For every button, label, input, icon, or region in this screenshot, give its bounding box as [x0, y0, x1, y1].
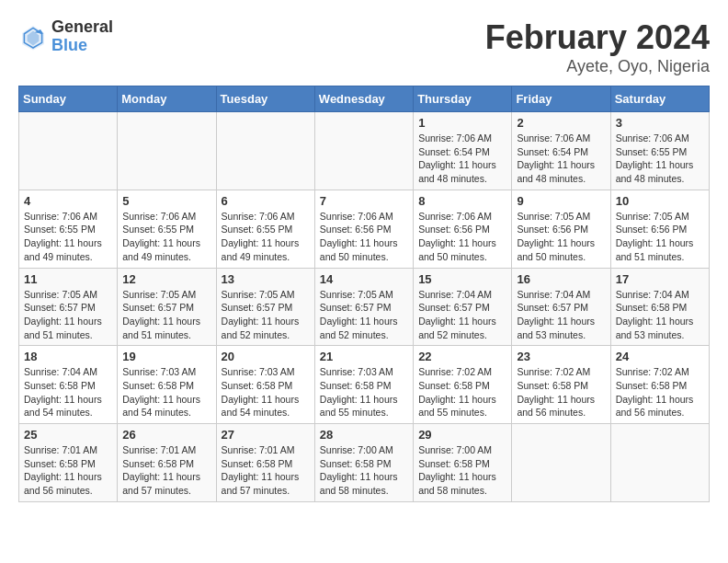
page-header: General Blue February 2024 Ayete, Oyo, N…	[18, 18, 710, 76]
day-info: Sunrise: 7:06 AMSunset: 6:54 PMDaylight:…	[418, 132, 506, 186]
calendar-week-row: 25Sunrise: 7:01 AMSunset: 6:58 PMDayligh…	[19, 424, 710, 502]
calendar-cell: 25Sunrise: 7:01 AMSunset: 6:58 PMDayligh…	[19, 424, 118, 502]
day-number: 1	[418, 116, 506, 130]
day-number: 26	[122, 428, 210, 442]
day-number: 5	[122, 194, 210, 208]
calendar-cell: 22Sunrise: 7:02 AMSunset: 6:58 PMDayligh…	[414, 346, 512, 424]
calendar-cell: 16Sunrise: 7:04 AMSunset: 6:57 PMDayligh…	[512, 268, 610, 346]
calendar-cell: 24Sunrise: 7:02 AMSunset: 6:58 PMDayligh…	[610, 346, 709, 424]
day-info: Sunrise: 7:02 AMSunset: 6:58 PMDaylight:…	[616, 365, 704, 419]
day-number: 22	[418, 350, 506, 363]
calendar-cell: 12Sunrise: 7:05 AMSunset: 6:57 PMDayligh…	[118, 268, 216, 346]
logo-line2: Blue	[51, 37, 113, 55]
day-number: 7	[320, 194, 408, 208]
logo-line1: General	[51, 18, 113, 37]
logo-text: General Blue	[51, 18, 113, 55]
calendar-cell	[19, 112, 118, 190]
day-number: 3	[616, 116, 704, 130]
calendar-cell	[512, 424, 610, 502]
day-number: 9	[517, 194, 605, 208]
day-info: Sunrise: 7:06 AMSunset: 6:56 PMDaylight:…	[320, 210, 408, 264]
header-day-saturday: Saturday	[610, 86, 709, 112]
calendar-cell: 29Sunrise: 7:00 AMSunset: 6:58 PMDayligh…	[414, 424, 512, 502]
main-title: February 2024	[485, 18, 710, 57]
day-number: 2	[517, 116, 605, 130]
calendar-cell: 27Sunrise: 7:01 AMSunset: 6:58 PMDayligh…	[216, 424, 314, 502]
calendar-week-row: 18Sunrise: 7:04 AMSunset: 6:58 PMDayligh…	[19, 346, 710, 424]
header-day-wednesday: Wednesday	[314, 86, 413, 112]
day-info: Sunrise: 7:05 AMSunset: 6:57 PMDaylight:…	[222, 288, 310, 342]
day-info: Sunrise: 7:06 AMSunset: 6:55 PMDaylight:…	[222, 210, 310, 264]
calendar-cell	[610, 424, 709, 502]
day-info: Sunrise: 7:01 AMSunset: 6:58 PMDaylight:…	[222, 443, 310, 498]
day-number: 14	[320, 272, 408, 286]
day-number: 19	[122, 350, 210, 363]
calendar-cell: 20Sunrise: 7:03 AMSunset: 6:58 PMDayligh…	[216, 346, 314, 424]
day-info: Sunrise: 7:05 AMSunset: 6:56 PMDaylight:…	[517, 210, 605, 264]
day-info: Sunrise: 7:04 AMSunset: 6:57 PMDaylight:…	[418, 288, 506, 342]
day-info: Sunrise: 7:05 AMSunset: 6:57 PMDaylight:…	[24, 288, 112, 342]
day-info: Sunrise: 7:04 AMSunset: 6:58 PMDaylight:…	[24, 365, 112, 419]
calendar-cell: 7Sunrise: 7:06 AMSunset: 6:56 PMDaylight…	[314, 190, 413, 268]
day-number: 17	[616, 272, 704, 286]
header-day-tuesday: Tuesday	[216, 86, 314, 112]
day-info: Sunrise: 7:06 AMSunset: 6:55 PMDaylight:…	[122, 210, 210, 264]
calendar-header-row: SundayMondayTuesdayWednesdayThursdayFrid…	[19, 86, 710, 112]
calendar-week-row: 11Sunrise: 7:05 AMSunset: 6:57 PMDayligh…	[19, 268, 710, 346]
calendar-cell: 5Sunrise: 7:06 AMSunset: 6:55 PMDaylight…	[118, 190, 216, 268]
day-info: Sunrise: 7:06 AMSunset: 6:55 PMDaylight:…	[616, 132, 704, 186]
calendar-cell	[216, 112, 314, 190]
day-info: Sunrise: 7:06 AMSunset: 6:54 PMDaylight:…	[517, 132, 605, 186]
day-number: 15	[418, 272, 506, 286]
calendar-cell: 2Sunrise: 7:06 AMSunset: 6:54 PMDaylight…	[512, 112, 610, 190]
day-number: 6	[222, 194, 310, 208]
day-number: 29	[418, 428, 506, 442]
day-info: Sunrise: 7:01 AMSunset: 6:58 PMDaylight:…	[24, 443, 112, 498]
day-number: 13	[222, 272, 310, 286]
day-number: 10	[616, 194, 704, 208]
day-info: Sunrise: 7:06 AMSunset: 6:55 PMDaylight:…	[24, 210, 112, 264]
logo: General Blue	[18, 18, 113, 55]
calendar-cell: 13Sunrise: 7:05 AMSunset: 6:57 PMDayligh…	[216, 268, 314, 346]
calendar-cell: 28Sunrise: 7:00 AMSunset: 6:58 PMDayligh…	[314, 424, 413, 502]
day-number: 4	[24, 194, 112, 208]
calendar-cell: 26Sunrise: 7:01 AMSunset: 6:58 PMDayligh…	[118, 424, 216, 502]
day-info: Sunrise: 7:01 AMSunset: 6:58 PMDaylight:…	[122, 443, 210, 498]
calendar-cell: 6Sunrise: 7:06 AMSunset: 6:55 PMDaylight…	[216, 190, 314, 268]
day-number: 23	[517, 350, 605, 363]
day-number: 8	[418, 194, 506, 208]
day-info: Sunrise: 7:00 AMSunset: 6:58 PMDaylight:…	[418, 443, 506, 498]
day-info: Sunrise: 7:04 AMSunset: 6:58 PMDaylight:…	[616, 288, 704, 342]
calendar-cell: 14Sunrise: 7:05 AMSunset: 6:57 PMDayligh…	[314, 268, 413, 346]
day-number: 25	[24, 428, 112, 442]
calendar-cell: 11Sunrise: 7:05 AMSunset: 6:57 PMDayligh…	[19, 268, 118, 346]
calendar-cell: 23Sunrise: 7:02 AMSunset: 6:58 PMDayligh…	[512, 346, 610, 424]
header-day-friday: Friday	[512, 86, 610, 112]
calendar-cell: 10Sunrise: 7:05 AMSunset: 6:56 PMDayligh…	[610, 190, 709, 268]
calendar-cell: 8Sunrise: 7:06 AMSunset: 6:56 PMDaylight…	[414, 190, 512, 268]
calendar-cell: 3Sunrise: 7:06 AMSunset: 6:55 PMDaylight…	[610, 112, 709, 190]
day-info: Sunrise: 7:05 AMSunset: 6:57 PMDaylight:…	[122, 288, 210, 342]
calendar-cell: 15Sunrise: 7:04 AMSunset: 6:57 PMDayligh…	[414, 268, 512, 346]
calendar-cell	[314, 112, 413, 190]
day-number: 27	[222, 428, 310, 442]
title-block: February 2024 Ayete, Oyo, Nigeria	[485, 18, 710, 76]
day-number: 20	[222, 350, 310, 363]
day-number: 12	[122, 272, 210, 286]
calendar-week-row: 1Sunrise: 7:06 AMSunset: 6:54 PMDaylight…	[19, 112, 710, 190]
calendar-week-row: 4Sunrise: 7:06 AMSunset: 6:55 PMDaylight…	[19, 190, 710, 268]
calendar-cell: 1Sunrise: 7:06 AMSunset: 6:54 PMDaylight…	[414, 112, 512, 190]
day-info: Sunrise: 7:03 AMSunset: 6:58 PMDaylight:…	[320, 365, 408, 419]
day-number: 21	[320, 350, 408, 363]
calendar-cell: 9Sunrise: 7:05 AMSunset: 6:56 PMDaylight…	[512, 190, 610, 268]
day-info: Sunrise: 7:02 AMSunset: 6:58 PMDaylight:…	[418, 365, 506, 419]
calendar-table: SundayMondayTuesdayWednesdayThursdayFrid…	[18, 86, 710, 502]
day-info: Sunrise: 7:04 AMSunset: 6:57 PMDaylight:…	[517, 288, 605, 342]
day-number: 28	[320, 428, 408, 442]
calendar-cell	[118, 112, 216, 190]
day-number: 16	[517, 272, 605, 286]
day-number: 11	[24, 272, 112, 286]
calendar-cell: 17Sunrise: 7:04 AMSunset: 6:58 PMDayligh…	[610, 268, 709, 346]
day-info: Sunrise: 7:05 AMSunset: 6:56 PMDaylight:…	[616, 210, 704, 264]
header-day-sunday: Sunday	[19, 86, 118, 112]
